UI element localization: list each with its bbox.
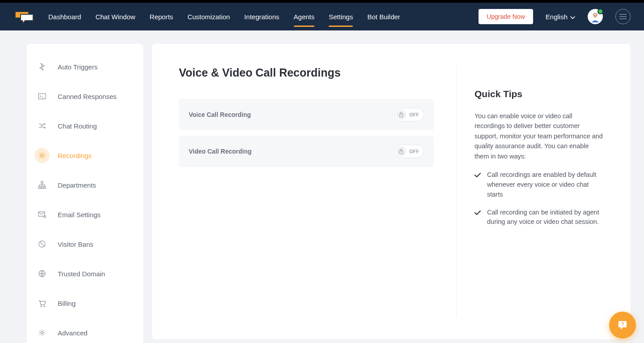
help-fab-button[interactable]: ? xyxy=(609,312,636,339)
svg-rect-12 xyxy=(44,187,46,189)
gear-outline-icon xyxy=(38,328,47,337)
sidebar-item-chat-routing[interactable]: Chat Routing xyxy=(27,111,143,141)
tips-bullet-text: Call recordings are enabled by default w… xyxy=(487,170,604,199)
svg-point-18 xyxy=(44,306,45,307)
sidebar-item-label: Chat Routing xyxy=(58,122,97,130)
language-selector[interactable]: English xyxy=(546,13,575,21)
tips-list-item: Call recordings are enabled by default w… xyxy=(475,170,604,199)
nav-settings[interactable]: Settings xyxy=(329,3,353,30)
sidebar-item-departments[interactable]: Departments xyxy=(27,170,143,200)
nav-chat-window[interactable]: Chat Window xyxy=(95,3,135,30)
toggle-state: OFF xyxy=(410,112,419,117)
main-panel: Voice & Video Call Recordings Voice Call… xyxy=(152,44,631,339)
sidebar-item-email-settings[interactable]: Email Settings xyxy=(27,200,143,229)
sidebar-item-label: Auto Triggers xyxy=(58,63,97,71)
svg-rect-10 xyxy=(38,187,40,189)
sidebar-item-visitor-bans[interactable]: Visitor Bans xyxy=(27,229,143,259)
svg-point-17 xyxy=(41,306,42,307)
nav-customization[interactable]: Customization xyxy=(187,3,230,30)
quick-tips-panel: Quick Tips You can enable voice or video… xyxy=(456,66,604,317)
settings-sidebar: Auto Triggers Canned Responses Chat Rout… xyxy=(27,44,143,343)
lock-icon xyxy=(396,110,406,120)
svg-point-3 xyxy=(596,15,597,16)
lock-icon xyxy=(396,146,406,156)
menu-button[interactable] xyxy=(615,9,631,24)
nav-agents[interactable]: Agents xyxy=(294,3,315,30)
gear-icon xyxy=(38,151,47,160)
tips-intro: You can enable voice or video call recor… xyxy=(475,111,604,161)
sidebar-item-auto-triggers[interactable]: Auto Triggers xyxy=(27,52,143,81)
voice-recording-toggle[interactable]: OFF xyxy=(394,108,424,121)
nav-bot-builder[interactable]: Bot Builder xyxy=(367,3,400,30)
sidebar-item-billing[interactable]: Billing xyxy=(27,288,143,318)
svg-point-8 xyxy=(41,154,43,157)
tips-bullet-text: Call recording can be initiated by agent… xyxy=(487,208,604,227)
page-title: Voice & Video Call Recordings xyxy=(179,66,434,79)
tips-list-item: Call recording can be initiated by agent… xyxy=(475,208,604,227)
hamburger-icon xyxy=(619,14,627,19)
sidebar-item-advanced[interactable]: Advanced xyxy=(27,318,143,343)
sidebar-item-label: Advanced xyxy=(58,329,88,337)
check-icon xyxy=(475,171,481,199)
svg-rect-7 xyxy=(38,94,46,99)
svg-rect-11 xyxy=(41,187,43,189)
setting-voice-call-recording: Voice Call Recording OFF xyxy=(179,99,434,130)
trigger-icon xyxy=(38,62,47,71)
sidebar-item-label: Departments xyxy=(58,181,96,189)
brand-logo xyxy=(13,9,35,24)
svg-point-1 xyxy=(593,13,597,18)
user-avatar[interactable] xyxy=(588,9,603,24)
cart-icon xyxy=(38,299,47,308)
nav-reports[interactable]: Reports xyxy=(150,3,174,30)
svg-text:?: ? xyxy=(621,322,624,327)
help-chat-icon: ? xyxy=(617,319,628,331)
sidebar-item-label: Canned Responses xyxy=(58,93,117,100)
setting-label: Video Call Recording xyxy=(189,148,252,155)
shuffle-icon xyxy=(38,121,47,130)
sidebar-item-recordings[interactable]: Recordings xyxy=(27,141,143,170)
svg-point-2 xyxy=(594,15,595,16)
top-navbar: Dashboard Chat Window Reports Customizat… xyxy=(0,3,644,30)
nav-integrations[interactable]: Integrations xyxy=(244,3,279,30)
nav-dashboard[interactable]: Dashboard xyxy=(48,3,81,30)
globe-icon xyxy=(38,269,47,278)
sitemap-icon xyxy=(38,180,47,189)
svg-rect-23 xyxy=(399,151,402,154)
ban-icon xyxy=(38,240,47,249)
sidebar-item-label: Recordings xyxy=(58,152,92,159)
sidebar-item-label: Email Settings xyxy=(58,211,101,219)
svg-rect-9 xyxy=(41,181,43,183)
mail-gear-icon xyxy=(38,210,47,219)
upgrade-button[interactable]: Upgrade Now xyxy=(479,9,533,24)
svg-rect-13 xyxy=(38,212,45,216)
setting-video-call-recording: Video Call Recording OFF xyxy=(179,136,434,167)
chevron-down-icon xyxy=(570,13,575,21)
video-recording-toggle[interactable]: OFF xyxy=(394,145,424,158)
toggle-state: OFF xyxy=(410,149,419,154)
svg-rect-22 xyxy=(399,114,402,117)
sidebar-item-trusted-domain[interactable]: Trusted Domain xyxy=(27,259,143,288)
language-label: English xyxy=(546,13,568,21)
sidebar-item-label: Visitor Bans xyxy=(58,240,93,248)
tips-title: Quick Tips xyxy=(475,89,604,99)
svg-point-19 xyxy=(41,332,43,334)
terminal-icon xyxy=(38,92,47,101)
sidebar-item-label: Trusted Domain xyxy=(58,270,105,278)
sidebar-item-canned-responses[interactable]: Canned Responses xyxy=(27,81,143,111)
setting-label: Voice Call Recording xyxy=(189,111,251,118)
check-icon xyxy=(475,209,481,227)
primary-nav: Dashboard Chat Window Reports Customizat… xyxy=(48,3,400,30)
sidebar-item-label: Billing xyxy=(58,300,76,307)
